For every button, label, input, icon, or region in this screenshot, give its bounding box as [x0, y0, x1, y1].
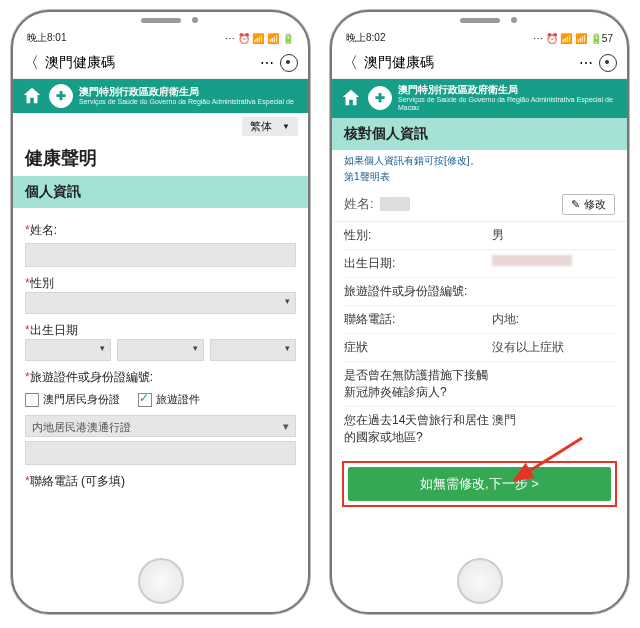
notch	[332, 12, 627, 28]
home-button[interactable]	[138, 558, 184, 604]
status-bar: 晚上8:01 ⋯ ⏰ 📶 📶 🔋	[13, 28, 308, 48]
info-row: 旅遊證件或身份證編號:	[344, 277, 615, 305]
info-value	[492, 255, 615, 272]
select-month[interactable]: ▾	[117, 339, 203, 361]
home-icon[interactable]	[21, 85, 43, 107]
edit-button[interactable]: ✎ 修改	[562, 194, 615, 215]
info-key: 是否曾在無防護措施下接觸新冠肺炎確診病人?	[344, 367, 492, 401]
checkbox-resident[interactable]: 澳門居民身份證	[25, 392, 120, 407]
info-row: 症狀沒有以上症狀	[344, 333, 615, 361]
status-bar: 晚上8:02 ⋯ ⏰ 📶 📶 🔋57	[332, 28, 627, 48]
checkbox-travel[interactable]: 旅遊證件	[138, 392, 200, 407]
select-doc-type[interactable]: 内地居民港澳通行證▾	[25, 415, 296, 437]
input-name[interactable]	[25, 243, 296, 267]
info-key: 出生日期:	[344, 255, 492, 272]
org-logo-icon: ✚	[49, 84, 73, 108]
target-icon[interactable]	[599, 54, 617, 72]
info-row: 聯絡電話:内地:	[344, 305, 615, 333]
info-list: 性別:男出生日期:旅遊證件或身份證編號:聯絡電話:内地:症狀沒有以上症狀是否曾在…	[332, 222, 627, 451]
label-name: *姓名:	[25, 222, 296, 239]
org-name-pt: Serviços de Saúde do Governo da Região A…	[79, 98, 300, 106]
org-banner: ✚ 澳門特別行政區政府衛生局 Serviços de Saúde do Gove…	[13, 79, 308, 113]
info-row: 出生日期:	[344, 249, 615, 277]
page-title: 澳門健康碼	[364, 54, 573, 72]
info-value: 内地:	[492, 311, 615, 328]
org-banner: ✚ 澳門特別行政區政府衛生局 Serviços de Saúde do Gove…	[332, 79, 627, 118]
org-name: 澳門特別行政區政府衛生局	[79, 86, 300, 98]
chevron-down-icon: ▼	[282, 122, 290, 131]
select-day[interactable]: ▾	[210, 339, 296, 361]
info-value: 男	[492, 227, 615, 244]
label-gender: *性別	[25, 275, 296, 292]
info-key: 您在過去14天曾旅行和居住的國家或地區?	[344, 412, 492, 446]
section-header: 核對個人資訊	[332, 118, 627, 150]
label-name: 姓名:	[344, 195, 374, 213]
status-time: 晚上8:02	[346, 31, 385, 45]
home-button[interactable]	[457, 558, 503, 604]
info-row: 是否曾在無防護措施下接觸新冠肺炎確診病人?	[344, 361, 615, 406]
label-dob: *出生日期	[25, 322, 296, 339]
org-name-pt: Serviços de Saúde do Governo da Região A…	[398, 96, 619, 113]
next-button[interactable]: 如無需修改,下一步 >	[348, 467, 611, 501]
menu-icon[interactable]: ⋯	[260, 55, 274, 71]
note-declaration-no: 第1聲明表	[332, 168, 627, 188]
section-header: 個人資訊	[13, 176, 308, 208]
page-title: 澳門健康碼	[45, 54, 254, 72]
chevron-down-icon: ▾	[283, 420, 289, 436]
info-key: 症狀	[344, 339, 492, 356]
info-key: 性別:	[344, 227, 492, 244]
info-key: 旅遊證件或身份證編號:	[344, 283, 492, 300]
nav-bar: 〈 澳門健康碼 ⋯	[332, 48, 627, 79]
info-value: 沒有以上症狀	[492, 339, 615, 356]
info-row: 性別:男	[344, 222, 615, 249]
info-value: 澳門	[492, 412, 615, 446]
target-icon[interactable]	[280, 54, 298, 72]
select-gender[interactable]: ▾	[25, 292, 296, 314]
value-name-redacted	[380, 197, 410, 211]
input-doc-number[interactable]	[25, 441, 296, 465]
nav-bar: 〈 澳門健康碼 ⋯	[13, 48, 308, 79]
name-row: 姓名: ✎ 修改	[332, 188, 627, 222]
phone-right: 晚上8:02 ⋯ ⏰ 📶 📶 🔋57 〈 澳門健康碼 ⋯ ✚ 澳門特別行政區政府…	[330, 10, 629, 614]
status-icons: ⋯ ⏰ 📶 📶 🔋	[225, 33, 294, 44]
label-phone: *聯絡電話 (可多填)	[25, 473, 296, 490]
status-time: 晚上8:01	[27, 31, 66, 45]
home-icon[interactable]	[340, 87, 362, 109]
select-year[interactable]: ▾	[25, 339, 111, 361]
status-icons: ⋯ ⏰ 📶 📶 🔋57	[533, 33, 613, 44]
org-logo-icon: ✚	[368, 86, 392, 110]
highlight-box: 如無需修改,下一步 >	[342, 461, 617, 507]
info-value	[492, 367, 615, 401]
content-right: 核對個人資訊 如果個人資訊有錯可按[修改]。 第1聲明表 姓名: ✎ 修改 性別…	[332, 118, 627, 612]
note-edit-hint: 如果個人資訊有錯可按[修改]。	[332, 150, 627, 168]
back-icon[interactable]: 〈	[342, 53, 358, 74]
content-left: 繁体 ▼ 健康聲明 個人資訊 *姓名: *性別 ▾ *出生日期 ▾ ▾ ▾ *旅…	[13, 113, 308, 612]
org-name: 澳門特別行政區政府衛生局	[398, 84, 619, 96]
language-select[interactable]: 繁体 ▼	[242, 117, 298, 136]
label-doc: *旅遊證件或身份證編號:	[25, 369, 296, 386]
notch	[13, 12, 308, 28]
info-row: 您在過去14天曾旅行和居住的國家或地區?澳門	[344, 406, 615, 451]
back-icon[interactable]: 〈	[23, 53, 39, 74]
page-heading: 健康聲明	[13, 140, 308, 176]
pencil-icon: ✎	[571, 198, 580, 211]
info-value	[492, 283, 615, 300]
info-key: 聯絡電話:	[344, 311, 492, 328]
menu-icon[interactable]: ⋯	[579, 55, 593, 71]
phone-left: 晚上8:01 ⋯ ⏰ 📶 📶 🔋 〈 澳門健康碼 ⋯ ✚ 澳門特別行政區政府衛生…	[11, 10, 310, 614]
